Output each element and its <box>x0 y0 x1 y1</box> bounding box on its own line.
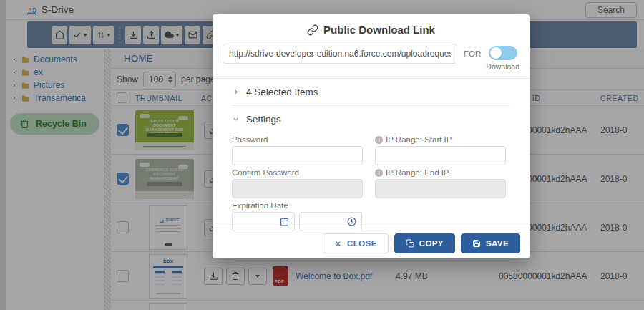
url-section: FOR Download <box>213 42 530 79</box>
close-icon <box>334 240 342 248</box>
modal-header: Public Download Link <box>213 14 530 42</box>
ip-end-input <box>375 179 506 198</box>
close-button[interactable]: CLOSE <box>323 233 389 253</box>
calendar-icon[interactable] <box>280 217 289 226</box>
password-label: Password <box>232 135 363 144</box>
public-link-input[interactable] <box>223 44 457 64</box>
selected-items-section-toggle[interactable]: 4 Selected Items <box>232 79 510 105</box>
settings-label: Settings <box>246 114 281 125</box>
toggle-caption: Download <box>486 62 519 71</box>
expiration-date-label: Expiration Date <box>232 201 506 210</box>
public-download-link-modal: Public Download Link FOR Download 4 Sele… <box>213 14 530 258</box>
confirm-password-label: Confirm Password <box>232 168 363 177</box>
sdrive-app: S S-Drive Search <box>0 0 644 310</box>
info-icon: i <box>375 169 383 177</box>
selected-items-label: 4 Selected Items <box>246 87 318 97</box>
download-toggle[interactable] <box>489 46 517 60</box>
copy-icon <box>406 239 414 248</box>
copy-button[interactable]: COPY <box>394 233 455 253</box>
clock-icon[interactable] <box>347 217 356 226</box>
ip-end-label: iIP Range: End IP <box>375 168 506 177</box>
save-button[interactable]: SAVE <box>461 233 520 253</box>
chevron-right-icon <box>232 88 240 96</box>
modal-title: Public Download Link <box>323 24 435 36</box>
download-toggle-wrap: Download <box>486 44 519 71</box>
settings-section-toggle[interactable]: Settings <box>232 106 510 132</box>
password-input[interactable] <box>232 146 363 165</box>
ip-start-input[interactable] <box>375 146 506 165</box>
for-label: FOR <box>464 49 481 58</box>
settings-form: Password iIP Range: Start IP Confirm Pas… <box>232 132 510 231</box>
toggle-knob <box>490 47 502 59</box>
modal-footer: CLOSE COPY SAVE <box>213 228 530 258</box>
link-icon <box>307 24 318 36</box>
chevron-down-icon <box>232 115 240 123</box>
ip-start-label: iIP Range: Start IP <box>375 135 506 144</box>
modal-body: 4 Selected Items Settings Password iIP R… <box>213 79 530 231</box>
save-icon <box>472 239 481 248</box>
confirm-password-input <box>232 179 363 198</box>
info-icon: i <box>375 136 383 144</box>
